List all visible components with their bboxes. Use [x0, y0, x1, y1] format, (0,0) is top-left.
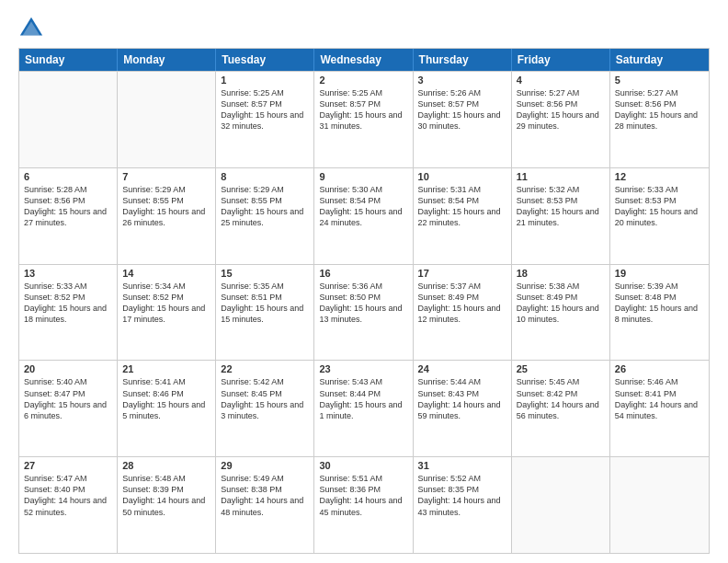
day-number: 22: [221, 363, 309, 374]
cell-info: Sunrise: 5:51 AMSunset: 8:36 PMDaylight:…: [319, 473, 407, 518]
cell-info: Sunrise: 5:27 AMSunset: 8:56 PMDaylight:…: [615, 87, 704, 132]
day-number: 25: [517, 363, 605, 374]
cell-info: Sunrise: 5:31 AMSunset: 8:54 PMDaylight:…: [418, 184, 506, 229]
day-number: 6: [24, 171, 112, 182]
logo: [18, 15, 48, 40]
calendar-cell: 12Sunrise: 5:33 AMSunset: 8:53 PMDayligh…: [610, 168, 709, 264]
cell-info: Sunrise: 5:38 AMSunset: 8:49 PMDaylight:…: [517, 281, 605, 326]
cell-info: Sunrise: 5:39 AMSunset: 8:48 PMDaylight:…: [615, 281, 704, 326]
cell-info: Sunrise: 5:37 AMSunset: 8:49 PMDaylight:…: [418, 281, 506, 326]
day-number: 21: [122, 363, 210, 374]
logo-icon: [18, 15, 44, 40]
calendar: SundayMondayTuesdayWednesdayThursdayFrid…: [18, 48, 710, 554]
calendar-cell: 11Sunrise: 5:32 AMSunset: 8:53 PMDayligh…: [512, 168, 610, 264]
header-day-sunday: Sunday: [19, 49, 118, 71]
calendar-cell: [19, 72, 118, 167]
cell-info: Sunrise: 5:36 AMSunset: 8:50 PMDaylight:…: [319, 281, 407, 326]
day-number: 30: [319, 460, 407, 471]
calendar-cell: 7Sunrise: 5:29 AMSunset: 8:55 PMDaylight…: [118, 168, 216, 264]
day-number: 11: [517, 171, 605, 182]
day-number: 10: [418, 171, 506, 182]
day-number: 20: [24, 363, 112, 374]
day-number: 7: [122, 171, 210, 182]
calendar-cell: 15Sunrise: 5:35 AMSunset: 8:51 PMDayligh…: [216, 265, 314, 361]
cell-info: Sunrise: 5:43 AMSunset: 8:44 PMDaylight:…: [319, 376, 407, 421]
day-number: 24: [418, 363, 506, 374]
header-day-saturday: Saturday: [610, 49, 709, 71]
calendar-cell: 17Sunrise: 5:37 AMSunset: 8:49 PMDayligh…: [414, 265, 512, 361]
calendar-cell: 4Sunrise: 5:27 AMSunset: 8:56 PMDaylight…: [512, 72, 610, 167]
cell-info: Sunrise: 5:48 AMSunset: 8:39 PMDaylight:…: [122, 473, 210, 518]
calendar-cell: 2Sunrise: 5:25 AMSunset: 8:57 PMDaylight…: [314, 72, 413, 167]
day-number: 16: [319, 268, 407, 279]
day-number: 1: [221, 75, 309, 86]
header-day-thursday: Thursday: [414, 49, 512, 71]
day-number: 9: [319, 171, 407, 182]
day-number: 8: [221, 171, 309, 182]
calendar-cell: 27Sunrise: 5:47 AMSunset: 8:40 PMDayligh…: [19, 457, 118, 553]
cell-info: Sunrise: 5:33 AMSunset: 8:53 PMDaylight:…: [615, 184, 704, 229]
calendar-cell: 31Sunrise: 5:52 AMSunset: 8:35 PMDayligh…: [414, 457, 512, 553]
calendar-header: SundayMondayTuesdayWednesdayThursdayFrid…: [19, 49, 709, 71]
cell-info: Sunrise: 5:41 AMSunset: 8:46 PMDaylight:…: [122, 376, 210, 421]
cell-info: Sunrise: 5:29 AMSunset: 8:55 PMDaylight:…: [122, 184, 210, 229]
calendar-cell: [610, 457, 709, 553]
calendar-cell: 5Sunrise: 5:27 AMSunset: 8:56 PMDaylight…: [610, 72, 709, 167]
calendar-row-2: 13Sunrise: 5:33 AMSunset: 8:52 PMDayligh…: [19, 264, 709, 361]
day-number: 26: [615, 363, 704, 374]
header-day-monday: Monday: [118, 49, 216, 71]
calendar-cell: 24Sunrise: 5:44 AMSunset: 8:43 PMDayligh…: [414, 361, 512, 456]
cell-info: Sunrise: 5:34 AMSunset: 8:52 PMDaylight:…: [122, 281, 210, 326]
calendar-cell: 6Sunrise: 5:28 AMSunset: 8:56 PMDaylight…: [19, 168, 118, 264]
cell-info: Sunrise: 5:28 AMSunset: 8:56 PMDaylight:…: [24, 184, 112, 229]
cell-info: Sunrise: 5:29 AMSunset: 8:55 PMDaylight:…: [221, 184, 309, 229]
cell-info: Sunrise: 5:25 AMSunset: 8:57 PMDaylight:…: [319, 87, 407, 132]
day-number: 4: [517, 75, 605, 86]
day-number: 19: [615, 268, 704, 279]
calendar-cell: 3Sunrise: 5:26 AMSunset: 8:57 PMDaylight…: [414, 72, 512, 167]
calendar-row-4: 27Sunrise: 5:47 AMSunset: 8:40 PMDayligh…: [19, 456, 709, 553]
cell-info: Sunrise: 5:52 AMSunset: 8:35 PMDaylight:…: [418, 473, 506, 518]
calendar-cell: 23Sunrise: 5:43 AMSunset: 8:44 PMDayligh…: [314, 361, 413, 456]
day-number: 3: [418, 75, 506, 86]
calendar-cell: [512, 457, 610, 553]
day-number: 12: [615, 171, 704, 182]
cell-info: Sunrise: 5:32 AMSunset: 8:53 PMDaylight:…: [517, 184, 605, 229]
cell-info: Sunrise: 5:26 AMSunset: 8:57 PMDaylight:…: [418, 87, 506, 132]
cell-info: Sunrise: 5:44 AMSunset: 8:43 PMDaylight:…: [418, 376, 506, 421]
calendar-cell: 29Sunrise: 5:49 AMSunset: 8:38 PMDayligh…: [216, 457, 314, 553]
cell-info: Sunrise: 5:30 AMSunset: 8:54 PMDaylight:…: [319, 184, 407, 229]
calendar-cell: 21Sunrise: 5:41 AMSunset: 8:46 PMDayligh…: [118, 361, 216, 456]
calendar-cell: 9Sunrise: 5:30 AMSunset: 8:54 PMDaylight…: [314, 168, 413, 264]
calendar-cell: 20Sunrise: 5:40 AMSunset: 8:47 PMDayligh…: [19, 361, 118, 456]
cell-info: Sunrise: 5:47 AMSunset: 8:40 PMDaylight:…: [24, 473, 112, 518]
cell-info: Sunrise: 5:46 AMSunset: 8:41 PMDaylight:…: [615, 376, 704, 421]
calendar-row-0: 1Sunrise: 5:25 AMSunset: 8:57 PMDaylight…: [19, 71, 709, 167]
calendar-cell: 26Sunrise: 5:46 AMSunset: 8:41 PMDayligh…: [610, 361, 709, 456]
cell-info: Sunrise: 5:49 AMSunset: 8:38 PMDaylight:…: [221, 473, 309, 518]
calendar-body: 1Sunrise: 5:25 AMSunset: 8:57 PMDaylight…: [19, 71, 709, 553]
cell-info: Sunrise: 5:40 AMSunset: 8:47 PMDaylight:…: [24, 376, 112, 421]
calendar-cell: 10Sunrise: 5:31 AMSunset: 8:54 PMDayligh…: [414, 168, 512, 264]
cell-info: Sunrise: 5:42 AMSunset: 8:45 PMDaylight:…: [221, 376, 309, 421]
calendar-row-3: 20Sunrise: 5:40 AMSunset: 8:47 PMDayligh…: [19, 360, 709, 456]
calendar-cell: 22Sunrise: 5:42 AMSunset: 8:45 PMDayligh…: [216, 361, 314, 456]
calendar-cell: [118, 72, 216, 167]
day-number: 5: [615, 75, 704, 86]
day-number: 28: [122, 460, 210, 471]
calendar-cell: 28Sunrise: 5:48 AMSunset: 8:39 PMDayligh…: [118, 457, 216, 553]
cell-info: Sunrise: 5:45 AMSunset: 8:42 PMDaylight:…: [517, 376, 605, 421]
cell-info: Sunrise: 5:25 AMSunset: 8:57 PMDaylight:…: [221, 87, 309, 132]
calendar-cell: 8Sunrise: 5:29 AMSunset: 8:55 PMDaylight…: [216, 168, 314, 264]
day-number: 15: [221, 268, 309, 279]
cell-info: Sunrise: 5:27 AMSunset: 8:56 PMDaylight:…: [517, 87, 605, 132]
day-number: 31: [418, 460, 506, 471]
day-number: 29: [221, 460, 309, 471]
day-number: 14: [122, 268, 210, 279]
day-number: 13: [24, 268, 112, 279]
calendar-row-1: 6Sunrise: 5:28 AMSunset: 8:56 PMDaylight…: [19, 167, 709, 264]
calendar-cell: 14Sunrise: 5:34 AMSunset: 8:52 PMDayligh…: [118, 265, 216, 361]
day-number: 27: [24, 460, 112, 471]
day-number: 23: [319, 363, 407, 374]
cell-info: Sunrise: 5:33 AMSunset: 8:52 PMDaylight:…: [24, 281, 112, 326]
